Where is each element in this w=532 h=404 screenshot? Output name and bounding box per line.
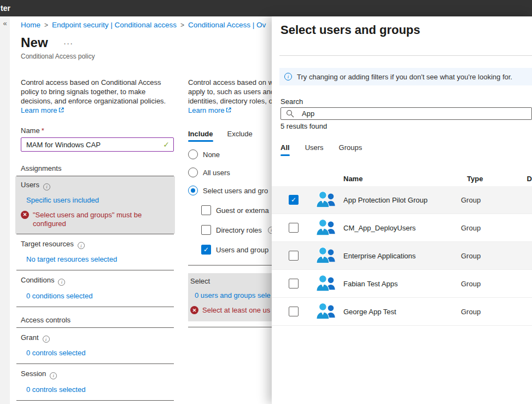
group-icon xyxy=(316,274,337,293)
divider xyxy=(16,327,174,328)
search-icon xyxy=(286,109,294,118)
policy-form-column: Control access based on Conditional Acce… xyxy=(21,78,174,401)
row-checkbox[interactable] xyxy=(289,279,299,288)
column-header-name[interactable]: Name xyxy=(343,175,467,183)
tab-exclude[interactable]: Exclude xyxy=(227,130,253,142)
assignments-heading: Assignments xyxy=(21,164,174,172)
radio-button[interactable] xyxy=(188,168,198,177)
radio-button[interactable] xyxy=(188,149,198,159)
divider xyxy=(16,270,174,270)
table-row[interactable]: CM_App_DeployUsers Group xyxy=(272,214,532,242)
table-row[interactable]: App Protection Pilot Group Group xyxy=(272,186,532,214)
divider xyxy=(16,307,174,307)
breadcrumb-home[interactable]: Home xyxy=(21,21,40,29)
external-link-icon xyxy=(226,107,231,113)
session-label: Session xyxy=(21,370,174,379)
tab-users[interactable]: Users xyxy=(305,143,324,156)
breadcrumb-endpoint-security[interactable]: Endpoint security | Conditional access xyxy=(52,21,177,29)
info-icon xyxy=(50,372,57,379)
checkbox[interactable] xyxy=(201,225,211,235)
table-row[interactable]: Fabian Test Apps Group xyxy=(272,270,532,298)
group-icon xyxy=(316,191,337,209)
divider xyxy=(16,363,174,364)
target-resources-link[interactable]: No target resources selected xyxy=(26,255,117,263)
search-label: Search xyxy=(280,97,532,106)
error-icon xyxy=(190,306,198,314)
users-error: "Select users and groups" must beconfigu… xyxy=(21,211,169,228)
table-header: Name Type D xyxy=(272,171,532,186)
specific-users-included-link[interactable]: Specific users included xyxy=(26,196,99,204)
divider xyxy=(16,400,174,401)
divider xyxy=(279,55,532,56)
tab-all[interactable]: All xyxy=(280,143,290,156)
info-icon xyxy=(43,336,50,343)
sidebar-collapsed-rail xyxy=(0,16,10,404)
users-groups-selected-link[interactable]: 0 users and groups sele xyxy=(195,291,271,299)
app-title-fragment: ter xyxy=(1,4,10,13)
policy-name-input[interactable] xyxy=(21,137,174,152)
checkbox[interactable] xyxy=(201,205,211,215)
users-label: Users xyxy=(21,181,169,191)
row-checkbox[interactable] xyxy=(289,195,299,205)
table-row[interactable]: George App Test Group xyxy=(272,298,532,326)
more-options-button[interactable] xyxy=(63,38,73,48)
page-subtitle: Conditional Access policy xyxy=(21,53,95,60)
breadcrumb: HomeEndpoint security | Conditional acce… xyxy=(21,21,266,29)
panel-tabs: All Users Groups xyxy=(280,143,532,156)
info-icon xyxy=(58,279,65,286)
info-icon xyxy=(284,73,292,80)
session-link[interactable]: 0 controls selected xyxy=(26,385,85,394)
required-asterisk: * xyxy=(42,126,44,135)
breadcrumb-conditional-access[interactable]: Conditional Access | Ov xyxy=(188,21,266,29)
radio-button[interactable] xyxy=(188,186,198,195)
tab-include[interactable]: Include xyxy=(188,130,213,142)
results-count: 5 results found xyxy=(280,122,532,130)
valid-checkmark-icon xyxy=(163,140,169,149)
group-icon xyxy=(316,302,337,321)
info-icon xyxy=(43,183,50,191)
policy-description: Control access based on Conditional Acce… xyxy=(21,78,174,115)
breadcrumb-separator-icon xyxy=(180,21,184,29)
info-icon xyxy=(78,242,85,249)
select-users-groups-panel: Select users and groups Try changing or … xyxy=(272,16,532,404)
page-title: New xyxy=(21,35,48,50)
row-checkbox[interactable] xyxy=(289,251,299,261)
group-icon xyxy=(316,246,337,265)
top-app-bar: ter xyxy=(0,0,532,16)
column-header-type[interactable]: Type xyxy=(467,175,527,183)
external-link-icon xyxy=(59,107,64,113)
row-checkbox[interactable] xyxy=(289,223,299,233)
target-resources-label: Target resources xyxy=(21,240,174,250)
users-section[interactable]: Users Specific users included "Select us… xyxy=(15,176,175,234)
learn-more-link[interactable]: Learn more xyxy=(188,106,231,114)
search-input[interactable] xyxy=(280,107,532,120)
panel-title: Select users and groups xyxy=(280,23,532,37)
learn-more-link[interactable]: Learn more xyxy=(21,106,64,114)
checkbox[interactable] xyxy=(201,245,211,255)
grant-label: Grant xyxy=(21,333,174,343)
info-banner: Try changing or adding filters if you do… xyxy=(279,68,532,85)
row-checkbox[interactable] xyxy=(289,307,299,316)
error-icon xyxy=(21,211,29,219)
divider xyxy=(16,234,174,234)
name-field-label: Name* xyxy=(21,126,174,135)
table-row[interactable]: Enterprise Applications Group xyxy=(272,242,532,270)
conditions-label: Conditions xyxy=(21,276,174,286)
breadcrumb-separator-icon xyxy=(44,21,48,29)
access-controls-heading: Access controls xyxy=(21,316,174,324)
column-header-details[interactable]: D xyxy=(527,175,532,183)
grant-link[interactable]: 0 controls selected xyxy=(26,349,85,357)
conditions-link[interactable]: 0 conditions selected xyxy=(26,292,92,300)
tab-groups[interactable]: Groups xyxy=(339,143,363,156)
group-icon xyxy=(316,218,337,237)
collapse-sidebar-icon[interactable] xyxy=(0,19,10,27)
